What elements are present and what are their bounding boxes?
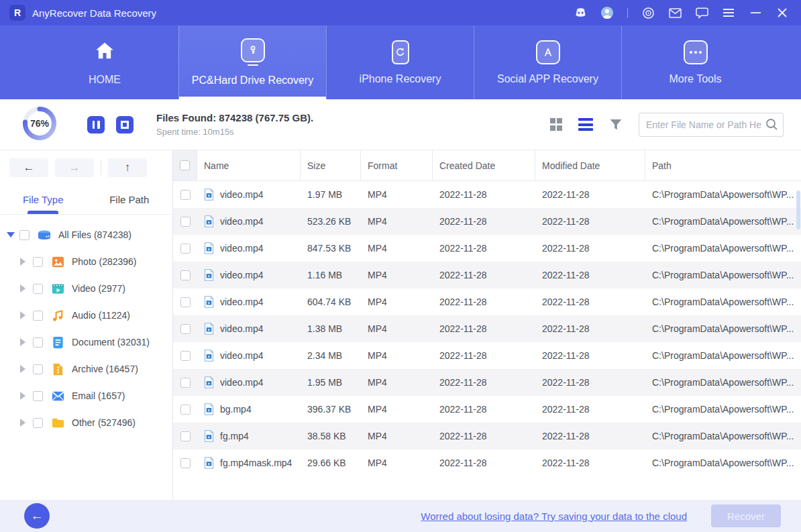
minimize-button[interactable] [749, 6, 762, 19]
file-size: 847.53 KB [301, 243, 361, 254]
file-path: C:\ProgramData\Apowersoft\WP... [645, 404, 801, 415]
row-checkbox[interactable] [180, 431, 191, 441]
user-avatar[interactable] [600, 6, 614, 19]
video-file-icon [204, 215, 214, 227]
tab-file-path[interactable]: File Path [87, 185, 173, 214]
menu-icon[interactable] [722, 6, 735, 19]
checkbox[interactable] [33, 257, 43, 267]
row-checkbox[interactable] [180, 297, 191, 307]
up-directory-button[interactable]: ↑ [108, 158, 147, 177]
file-name: video.mp4 [220, 350, 264, 361]
column-header-modified-date[interactable]: Modified Date [535, 150, 645, 180]
checkbox[interactable] [33, 418, 43, 428]
file-format: MP4 [361, 243, 433, 254]
home-icon [93, 40, 116, 65]
tree-item-label: Archive (16457) [72, 364, 138, 374]
target-icon[interactable] [641, 6, 655, 19]
column-header-name[interactable]: Name [197, 150, 301, 180]
row-checkbox[interactable] [180, 270, 191, 280]
column-header-size[interactable]: Size [301, 150, 361, 180]
nav-tab-home[interactable]: HOME [31, 25, 178, 99]
table-row[interactable]: video.mp4523.26 KBMP42022-11-282022-11-2… [173, 208, 801, 235]
column-header-created-date[interactable]: Created Date [433, 150, 535, 180]
feedback-chat-icon[interactable] [695, 6, 708, 19]
tree-item-email[interactable]: Email (1657) [0, 382, 172, 409]
table-row[interactable]: bg.mp4396.37 KBMP42022-11-282022-11-28C:… [173, 396, 801, 423]
document-icon [50, 334, 66, 350]
file-name: video.mp4 [220, 297, 264, 307]
chevron-right-icon[interactable] [20, 338, 28, 346]
nav-tab-pc-hard-drive-recovery[interactable]: PC&Hard Drive Recovery [178, 25, 326, 99]
checkbox[interactable] [33, 284, 43, 294]
tree-item-document[interactable]: Document (32031) [0, 329, 172, 356]
row-checkbox[interactable] [180, 217, 191, 227]
discord-icon[interactable] [574, 6, 587, 19]
row-checkbox[interactable] [180, 324, 191, 334]
chevron-right-icon[interactable] [20, 311, 28, 319]
chevron-down-icon[interactable] [7, 232, 15, 237]
row-checkbox[interactable] [180, 351, 191, 361]
tree-item-video[interactable]: Video (2977) [0, 275, 172, 302]
row-checkbox[interactable] [180, 190, 191, 200]
search-input[interactable] [639, 113, 784, 137]
row-checkbox[interactable] [180, 378, 191, 388]
row-checkbox[interactable] [180, 244, 191, 254]
pause-button[interactable] [87, 116, 105, 134]
created-date: 2022-11-28 [433, 270, 535, 280]
chevron-right-icon[interactable] [20, 365, 28, 373]
scrollbar-thumb[interactable] [796, 191, 800, 229]
chevron-right-icon[interactable] [20, 284, 28, 292]
history-back-button[interactable]: ← [9, 158, 48, 177]
column-header-format[interactable]: Format [361, 150, 433, 180]
table-row[interactable]: fg.mp438.58 KBMP42022-11-282022-11-28C:\… [173, 423, 801, 449]
tab-file-type[interactable]: File Type [0, 185, 87, 214]
file-name: video.mp4 [220, 377, 264, 388]
tree-item-all-files[interactable]: All Files (874238) [0, 221, 172, 248]
created-date: 2022-11-28 [433, 458, 535, 468]
file-format: MP4 [361, 270, 433, 280]
chevron-right-icon[interactable] [20, 258, 28, 266]
checkbox[interactable] [33, 364, 43, 374]
filter-icon[interactable] [609, 119, 623, 131]
grid-view-icon[interactable] [550, 118, 563, 131]
tree-item-archive[interactable]: Archive (16457) [0, 356, 172, 382]
mail-icon[interactable] [668, 6, 682, 19]
nav-tab-iphone-recovery[interactable]: iPhone Recovery [326, 25, 474, 99]
table-row[interactable]: video.mp42.34 MBMP42022-11-282022-11-28C… [173, 342, 801, 369]
file-path: C:\ProgramData\Apowersoft\WP... [645, 270, 801, 280]
stop-button[interactable] [116, 116, 134, 134]
history-forward-button[interactable]: → [55, 158, 94, 177]
select-all-checkbox[interactable] [180, 160, 190, 170]
row-checkbox[interactable] [180, 458, 191, 468]
nav-tab-social-app-recovery[interactable]: Social APP Recovery [474, 25, 621, 99]
tree-item-photo[interactable]: Photo (282396) [0, 248, 172, 275]
table-row[interactable]: video.mp41.97 MBMP42022-11-282022-11-28C… [173, 181, 801, 208]
table-row[interactable]: video.mp4847.53 KBMP42022-11-282022-11-2… [173, 235, 801, 262]
chevron-right-icon[interactable] [20, 419, 28, 427]
close-button[interactable] [776, 6, 789, 19]
search-icon[interactable] [765, 118, 778, 134]
checkbox[interactable] [19, 230, 30, 240]
checkbox[interactable] [33, 337, 43, 348]
table-row[interactable]: video.mp41.16 MBMP42022-11-282022-11-28C… [173, 262, 801, 288]
video-file-icon [204, 350, 214, 362]
checkbox[interactable] [33, 311, 43, 321]
column-header-path[interactable]: Path [645, 150, 801, 180]
scrollbar[interactable] [796, 182, 800, 500]
table-row[interactable]: video.mp41.38 MBMP42022-11-282022-11-28C… [173, 315, 801, 342]
file-path: C:\ProgramData\Apowersoft\WP... [645, 377, 801, 388]
back-button[interactable]: ← [24, 503, 50, 529]
tree-item-other[interactable]: Other (527496) [0, 409, 172, 436]
created-date: 2022-11-28 [433, 350, 535, 361]
table-row[interactable]: fg.mp4mask.mp429.66 KBMP42022-11-282022-… [173, 449, 801, 476]
tree-item-audio[interactable]: Audio (11224) [0, 302, 172, 329]
table-row[interactable]: video.mp4604.74 KBMP42022-11-282022-11-2… [173, 288, 801, 315]
table-row[interactable]: video.mp41.95 MBMP42022-11-282022-11-28C… [173, 369, 801, 396]
checkbox[interactable] [33, 391, 43, 401]
row-checkbox[interactable] [180, 405, 191, 415]
nav-tab-more-tools[interactable]: More Tools [621, 25, 769, 99]
cloud-backup-link[interactable]: Worred about losing data? Try saving you… [421, 511, 687, 522]
chevron-right-icon[interactable] [20, 392, 28, 400]
list-view-icon[interactable] [578, 118, 593, 131]
recover-button[interactable]: Recover [711, 504, 781, 527]
